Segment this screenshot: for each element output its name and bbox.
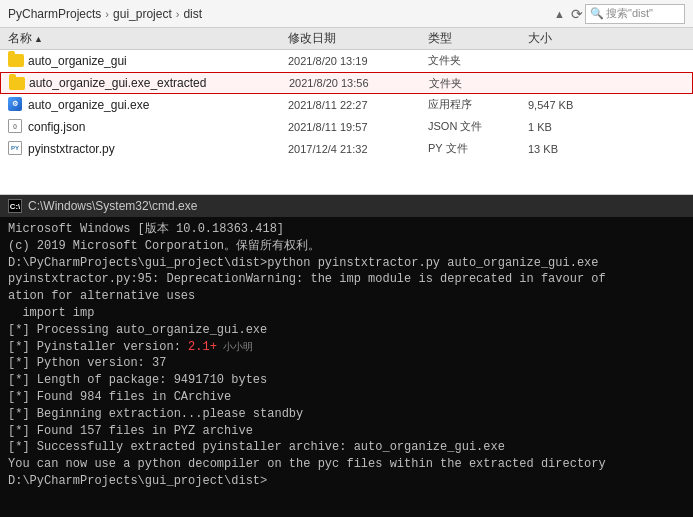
json-icon: {} <box>8 119 24 135</box>
breadcrumb-item-3[interactable]: dist <box>183 7 202 21</box>
cmd-line: [*] Successfully extracted pyinstaller a… <box>8 439 685 456</box>
exe-icon: ⚙ <box>8 97 24 113</box>
file-type: 应用程序 <box>428 97 528 112</box>
file-name-text: config.json <box>28 120 85 134</box>
file-name-text: auto_organize_gui.exe <box>28 98 149 112</box>
cmd-line: [*] Processing auto_organize_gui.exe <box>8 322 685 339</box>
file-name: ⚙ auto_organize_gui.exe <box>8 97 288 113</box>
cmd-line: [*] Beginning extraction...please standb… <box>8 406 685 423</box>
col-header-name[interactable]: 名称 ▲ <box>8 30 288 47</box>
cmd-line: [*] Python version: 37 <box>8 355 685 372</box>
cmd-line: D:\PyCharmProjects\gui_project\dist> <box>8 473 685 490</box>
file-name: PY pyinstxtractor.py <box>8 141 288 157</box>
file-row[interactable]: ⚙ auto_organize_gui.exe 2021/8/11 22:27 … <box>0 94 693 116</box>
cmd-line: Microsoft Windows [版本 10.0.18363.418] <box>8 221 685 238</box>
cmd-line: ation for alternative uses <box>8 288 685 305</box>
file-row[interactable]: PY pyinstxtractor.py 2017/12/4 21:32 PY … <box>0 138 693 160</box>
file-date: 2021/8/20 13:56 <box>289 77 429 89</box>
file-name-text: auto_organize_gui <box>28 54 127 68</box>
file-date: 2017/12/4 21:32 <box>288 143 428 155</box>
file-type: PY 文件 <box>428 141 528 156</box>
file-type: 文件夹 <box>428 53 528 68</box>
cmd-line: [*] Found 157 files in PYZ archive <box>8 423 685 440</box>
col-header-size[interactable]: 大小 <box>528 30 608 47</box>
refresh-button[interactable]: ⟳ <box>571 6 583 22</box>
col-header-date[interactable]: 修改日期 <box>288 30 428 47</box>
folder-icon <box>9 77 25 90</box>
breadcrumb-item-2[interactable]: gui_project <box>113 7 172 21</box>
cmd-content[interactable]: Microsoft Windows [版本 10.0.18363.418](c)… <box>0 217 693 517</box>
file-size: 13 KB <box>528 143 608 155</box>
file-row[interactable]: auto_organize_gui 2021/8/20 13:19 文件夹 <box>0 50 693 72</box>
file-type: JSON 文件 <box>428 119 528 134</box>
search-placeholder: 搜索"dist" <box>606 6 653 21</box>
file-date: 2021/8/11 19:57 <box>288 121 428 133</box>
cmd-line: [*] Length of package: 9491710 bytes <box>8 372 685 389</box>
file-size: 1 KB <box>528 121 608 133</box>
version-highlight: 2.1+ <box>188 340 217 354</box>
column-headers: 名称 ▲ 修改日期 类型 大小 <box>0 28 693 50</box>
cmd-line: [*] Found 984 files in CArchive <box>8 389 685 406</box>
cmd-window: C:\ C:\Windows\System32\cmd.exe Microsof… <box>0 195 693 517</box>
search-icon: 🔍 <box>590 7 604 20</box>
file-name: auto_organize_gui.exe_extracted <box>9 76 289 90</box>
file-name-text: pyinstxtractor.py <box>28 142 115 156</box>
search-box[interactable]: 🔍 搜索"dist" <box>585 4 685 24</box>
file-type: 文件夹 <box>429 76 529 91</box>
cmd-titlebar: C:\ C:\Windows\System32\cmd.exe <box>0 195 693 217</box>
breadcrumb-sep-1: › <box>105 8 109 20</box>
sort-icon[interactable]: ▲ <box>554 8 565 20</box>
file-name: {} config.json <box>8 119 288 135</box>
cmd-line: [*] Pyinstaller version: 2.1+ 小小明 <box>8 339 685 356</box>
file-explorer: PyCharmProjects › gui_project › dist ▲ ⟳… <box>0 0 693 195</box>
file-size: 9,547 KB <box>528 99 608 111</box>
file-list: auto_organize_gui 2021/8/20 13:19 文件夹 au… <box>0 50 693 160</box>
file-date: 2021/8/20 13:19 <box>288 55 428 67</box>
file-row[interactable]: {} config.json 2021/8/11 19:57 JSON 文件 1… <box>0 116 693 138</box>
sort-arrow-name: ▲ <box>34 34 43 44</box>
breadcrumb-sep-2: › <box>176 8 180 20</box>
breadcrumb-bar: PyCharmProjects › gui_project › dist ▲ ⟳… <box>0 0 693 28</box>
py-icon: PY <box>8 141 24 157</box>
cmd-line: D:\PyCharmProjects\gui_project\dist>pyth… <box>8 255 685 272</box>
cmd-icon: C:\ <box>8 199 22 213</box>
folder-icon <box>8 54 24 67</box>
cmd-line: You can now use a python decompiler on t… <box>8 456 685 473</box>
file-name-text: auto_organize_gui.exe_extracted <box>29 76 206 90</box>
file-name: auto_organize_gui <box>8 54 288 68</box>
cmd-line: (c) 2019 Microsoft Corporation。保留所有权利。 <box>8 238 685 255</box>
cmd-line: import imp <box>8 305 685 322</box>
cmd-title: C:\Windows\System32\cmd.exe <box>28 199 197 213</box>
col-header-type[interactable]: 类型 <box>428 30 528 47</box>
cmd-line: pyinstxtractor.py:95: DeprecationWarning… <box>8 271 685 288</box>
breadcrumb-item-1[interactable]: PyCharmProjects <box>8 7 101 21</box>
file-row[interactable]: auto_organize_gui.exe_extracted 2021/8/2… <box>0 72 693 94</box>
file-date: 2021/8/11 22:27 <box>288 99 428 111</box>
